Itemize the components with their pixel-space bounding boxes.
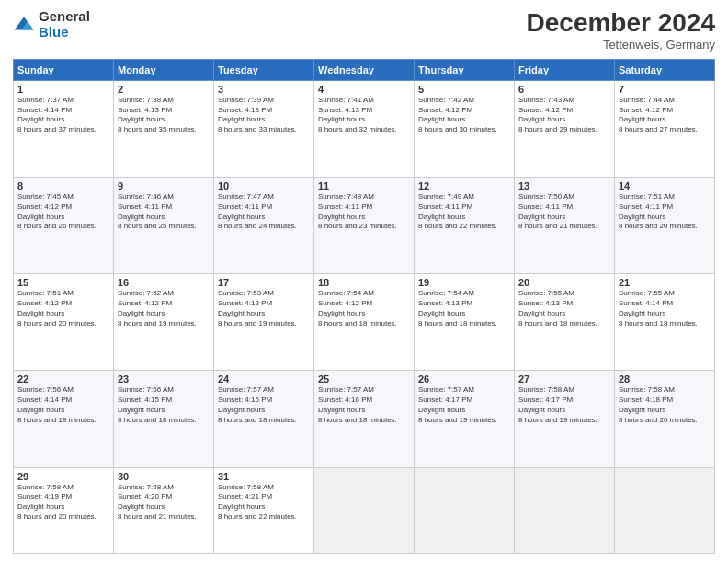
calendar-week-2: 8 Sunrise: 7:45 AM Sunset: 4:12 PM Dayli… [14,178,715,274]
day-number: 26 [418,373,510,385]
day-info: Sunrise: 7:58 AM Sunset: 4:18 PM Dayligh… [619,385,711,425]
day-number: 25 [318,373,410,385]
day-info: Sunrise: 7:46 AM Sunset: 4:11 PM Dayligh… [118,192,210,232]
day-number: 30 [118,471,210,482]
day-info: Sunrise: 7:51 AM Sunset: 4:12 PM Dayligh… [17,289,109,328]
day-number: 4 [318,84,410,95]
logo: General Blue [13,9,90,40]
day-info: Sunrise: 7:43 AM Sunset: 4:12 PM Dayligh… [518,96,610,135]
day-cell-7: 7 Sunrise: 7:44 AM Sunset: 4:12 PM Dayli… [615,80,715,177]
day-cell-2: 2 Sunrise: 7:38 AM Sunset: 4:13 PM Dayli… [114,80,214,177]
day-info: Sunrise: 7:38 AM Sunset: 4:13 PM Dayligh… [118,96,210,135]
day-header-wednesday: Wednesday [314,59,415,80]
day-info: Sunrise: 7:57 AM Sunset: 4:17 PM Dayligh… [418,385,510,425]
day-header-thursday: Thursday [415,59,515,80]
day-info: Sunrise: 7:52 AM Sunset: 4:12 PM Dayligh… [118,289,210,328]
logo-blue: Blue [39,25,90,40]
calendar-week-3: 15 Sunrise: 7:51 AM Sunset: 4:12 PM Dayl… [14,274,715,371]
day-cell-10: 10 Sunrise: 7:47 AM Sunset: 4:11 PM Dayl… [214,178,314,274]
day-cell-26: 26 Sunrise: 7:57 AM Sunset: 4:17 PM Dayl… [415,371,515,467]
day-info: Sunrise: 7:54 AM Sunset: 4:12 PM Dayligh… [318,289,410,328]
day-info: Sunrise: 7:58 AM Sunset: 4:19 PM Dayligh… [17,483,109,523]
day-number: 19 [418,277,510,288]
day-info: Sunrise: 7:48 AM Sunset: 4:11 PM Dayligh… [318,192,410,232]
day-number: 16 [118,277,210,288]
day-info: Sunrise: 7:45 AM Sunset: 4:12 PM Dayligh… [17,192,109,232]
logo-icon [13,14,35,36]
day-cell-23: 23 Sunrise: 7:56 AM Sunset: 4:15 PM Dayl… [114,371,214,467]
day-header-friday: Friday [515,59,615,80]
day-number: 15 [17,277,109,288]
day-number: 14 [619,180,711,191]
day-cell-18: 18 Sunrise: 7:54 AM Sunset: 4:12 PM Dayl… [314,274,415,371]
day-cell-22: 22 Sunrise: 7:56 AM Sunset: 4:14 PM Dayl… [14,371,114,467]
day-info: Sunrise: 7:57 AM Sunset: 4:15 PM Dayligh… [218,385,310,425]
day-number: 3 [218,84,310,95]
title-area: December 2024 Tettenweis, Germany [527,9,715,52]
empty-cell [314,467,415,553]
day-cell-19: 19 Sunrise: 7:54 AM Sunset: 4:13 PM Dayl… [415,274,515,371]
day-number: 9 [118,180,210,191]
day-cell-14: 14 Sunrise: 7:51 AM Sunset: 4:11 PM Dayl… [615,178,715,274]
day-info: Sunrise: 7:37 AM Sunset: 4:14 PM Dayligh… [17,96,109,135]
day-number: 5 [418,84,510,95]
day-info: Sunrise: 7:47 AM Sunset: 4:11 PM Dayligh… [218,192,310,232]
empty-cell [515,467,615,553]
day-cell-21: 21 Sunrise: 7:55 AM Sunset: 4:14 PM Dayl… [615,274,715,371]
day-info: Sunrise: 7:57 AM Sunset: 4:16 PM Dayligh… [318,385,410,425]
day-info: Sunrise: 7:51 AM Sunset: 4:11 PM Dayligh… [619,192,711,232]
day-number: 12 [418,180,510,191]
day-info: Sunrise: 7:41 AM Sunset: 4:13 PM Dayligh… [318,96,410,135]
day-header-sunday: Sunday [14,59,114,80]
day-number: 17 [218,277,310,288]
day-info: Sunrise: 7:56 AM Sunset: 4:14 PM Dayligh… [17,385,109,425]
day-number: 21 [619,277,711,288]
day-cell-27: 27 Sunrise: 7:58 AM Sunset: 4:17 PM Dayl… [515,371,615,467]
calendar-week-1: 1 Sunrise: 7:37 AM Sunset: 4:14 PM Dayli… [14,80,715,177]
day-number: 20 [518,277,610,288]
day-cell-3: 3 Sunrise: 7:39 AM Sunset: 4:13 PM Dayli… [214,80,314,177]
day-cell-16: 16 Sunrise: 7:52 AM Sunset: 4:12 PM Dayl… [114,274,214,371]
day-info: Sunrise: 7:39 AM Sunset: 4:13 PM Dayligh… [218,96,310,135]
empty-cell [415,467,515,553]
day-cell-20: 20 Sunrise: 7:55 AM Sunset: 4:13 PM Dayl… [515,274,615,371]
day-info: Sunrise: 7:58 AM Sunset: 4:20 PM Dayligh… [118,483,210,523]
day-cell-15: 15 Sunrise: 7:51 AM Sunset: 4:12 PM Dayl… [14,274,114,371]
day-header-tuesday: Tuesday [214,59,314,80]
day-number: 24 [218,373,310,385]
calendar-table: SundayMondayTuesdayWednesdayThursdayFrid… [13,59,715,554]
calendar-week-5: 29 Sunrise: 7:58 AM Sunset: 4:19 PM Dayl… [14,467,715,553]
day-cell-30: 30 Sunrise: 7:58 AM Sunset: 4:20 PM Dayl… [114,467,214,553]
logo-text: General Blue [39,9,90,40]
day-number: 28 [619,373,711,385]
day-header-saturday: Saturday [615,59,715,80]
day-number: 22 [17,373,109,385]
day-number: 31 [218,471,310,482]
day-cell-31: 31 Sunrise: 7:58 AM Sunset: 4:21 PM Dayl… [214,467,314,553]
day-number: 13 [518,180,610,191]
day-header-monday: Monday [114,59,214,80]
day-info: Sunrise: 7:42 AM Sunset: 4:12 PM Dayligh… [418,96,510,135]
day-info: Sunrise: 7:49 AM Sunset: 4:11 PM Dayligh… [418,192,510,232]
day-number: 11 [318,180,410,191]
day-cell-17: 17 Sunrise: 7:53 AM Sunset: 4:12 PM Dayl… [214,274,314,371]
day-cell-12: 12 Sunrise: 7:49 AM Sunset: 4:11 PM Dayl… [415,178,515,274]
day-number: 2 [118,84,210,95]
day-cell-29: 29 Sunrise: 7:58 AM Sunset: 4:19 PM Dayl… [14,467,114,553]
day-info: Sunrise: 7:55 AM Sunset: 4:14 PM Dayligh… [619,289,711,328]
day-number: 18 [318,277,410,288]
day-number: 7 [619,84,711,95]
day-number: 27 [518,373,610,385]
day-info: Sunrise: 7:58 AM Sunset: 4:21 PM Dayligh… [218,483,310,523]
day-cell-25: 25 Sunrise: 7:57 AM Sunset: 4:16 PM Dayl… [314,371,415,467]
day-info: Sunrise: 7:44 AM Sunset: 4:12 PM Dayligh… [619,96,711,135]
day-number: 10 [218,180,310,191]
day-cell-24: 24 Sunrise: 7:57 AM Sunset: 4:15 PM Dayl… [214,371,314,467]
day-number: 8 [17,180,109,191]
day-cell-28: 28 Sunrise: 7:58 AM Sunset: 4:18 PM Dayl… [615,371,715,467]
day-cell-4: 4 Sunrise: 7:41 AM Sunset: 4:13 PM Dayli… [314,80,415,177]
day-cell-8: 8 Sunrise: 7:45 AM Sunset: 4:12 PM Dayli… [14,178,114,274]
day-cell-1: 1 Sunrise: 7:37 AM Sunset: 4:14 PM Dayli… [14,80,114,177]
day-cell-9: 9 Sunrise: 7:46 AM Sunset: 4:11 PM Dayli… [114,178,214,274]
page: General Blue December 2024 Tettenweis, G… [0,0,728,563]
